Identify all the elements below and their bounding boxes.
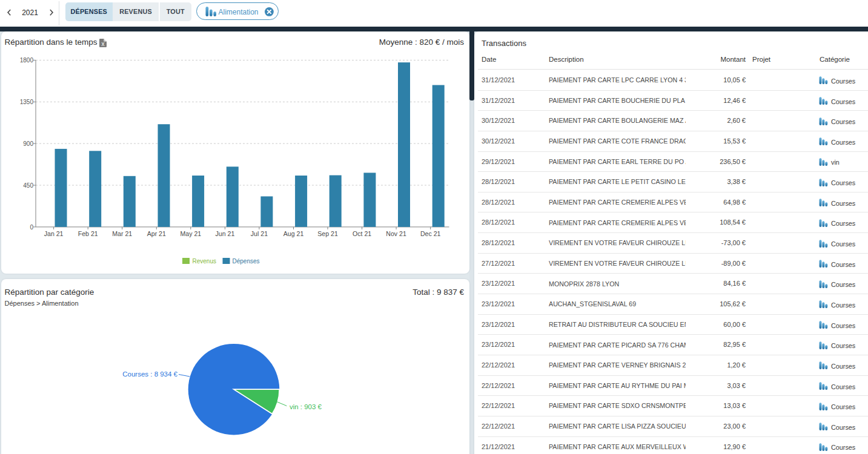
svg-text:Dépenses: Dépenses [233, 257, 260, 264]
svg-text:Aug 21: Aug 21 [283, 230, 304, 237]
svg-text:Jan 21: Jan 21 [44, 230, 64, 237]
svg-text:1350: 1350 [20, 98, 34, 105]
svg-text:Apr 21: Apr 21 [147, 230, 166, 237]
svg-text:Jun 21: Jun 21 [215, 230, 234, 237]
svg-text:Feb 21: Feb 21 [78, 230, 98, 237]
svg-text:Nov 21: Nov 21 [386, 230, 406, 237]
svg-text:Mar 21: Mar 21 [112, 230, 132, 237]
svg-text:0: 0 [30, 223, 33, 230]
svg-text:Revenus: Revenus [193, 257, 216, 264]
svg-text:450: 450 [23, 182, 33, 188]
svg-text:Oct 21: Oct 21 [353, 230, 371, 237]
svg-text:May 21: May 21 [180, 230, 201, 237]
svg-text:vin : 903 €: vin : 903 € [290, 403, 322, 410]
svg-text:x: x [101, 41, 104, 47]
svg-text:900: 900 [23, 140, 33, 146]
svg-text:1800: 1800 [20, 57, 34, 64]
svg-text:Sep 21: Sep 21 [317, 230, 338, 237]
svg-text:Jul 21: Jul 21 [251, 230, 268, 237]
svg-text:Dec 21: Dec 21 [420, 230, 441, 237]
svg-text:Courses : 8 934 €: Courses : 8 934 € [122, 370, 177, 377]
